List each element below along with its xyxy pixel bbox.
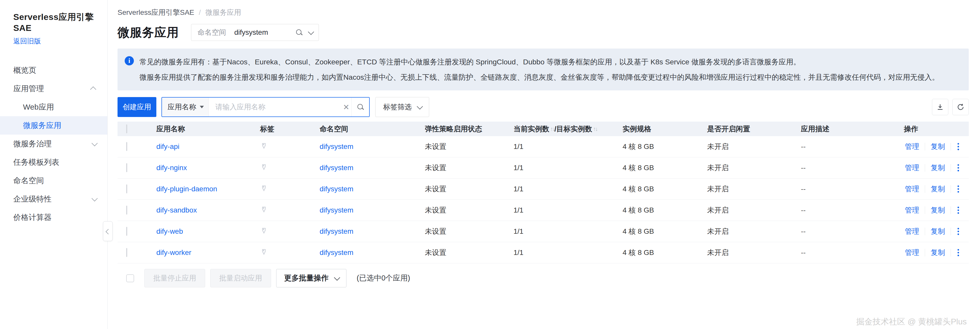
sidebar: Serverless应用引擎SAE 返回旧版 概览页 应用管理 Web应用 微服… xyxy=(0,0,108,329)
col-header-actions: 操作 xyxy=(904,124,969,134)
info-banner: 常见的微服务应用有：基于Nacos、Eureka、Consul、Zookeepe… xyxy=(118,49,969,91)
refresh-icon xyxy=(956,103,965,111)
copy-link[interactable]: 复制 xyxy=(925,163,951,173)
clear-icon[interactable] xyxy=(341,102,351,112)
tag-icon[interactable] xyxy=(260,184,268,192)
sort-icon[interactable] xyxy=(550,126,554,132)
sidebar-item-price-calculator[interactable]: 价格计算器 xyxy=(0,208,107,227)
back-to-old-version-link[interactable]: 返回旧版 xyxy=(13,37,41,46)
batch-start-button[interactable]: 批量启动应用 xyxy=(210,269,271,288)
elastic-status: 未设置 xyxy=(425,142,514,151)
sidebar-collapse-button[interactable] xyxy=(103,221,113,241)
copy-link[interactable]: 复制 xyxy=(925,248,951,257)
copy-link[interactable]: 复制 xyxy=(925,227,951,236)
product-title: Serverless应用引擎SAE xyxy=(13,11,100,33)
row-checkbox[interactable] xyxy=(126,248,127,257)
table-row: dify-nginx difysystem 未设置 1/1 4 核 8 GB 未… xyxy=(118,157,969,178)
row-checkbox[interactable] xyxy=(126,142,127,151)
namespace-link[interactable]: difysystem xyxy=(320,143,353,151)
elastic-status: 未设置 xyxy=(425,163,514,173)
caret-down-icon xyxy=(200,106,204,108)
copy-link[interactable]: 复制 xyxy=(925,205,951,215)
instances-count: 1/1 xyxy=(514,164,623,172)
search-icon xyxy=(357,104,364,110)
sidebar-item-microservice-governance[interactable]: 微服务治理 xyxy=(0,135,107,153)
app-name-link[interactable]: dify-nginx xyxy=(156,164,187,172)
instances-count: 1/1 xyxy=(514,185,623,193)
sidebar-item-microservice-apps[interactable]: 微服务应用 xyxy=(0,116,107,135)
chevron-down-icon xyxy=(308,29,314,35)
tag-icon[interactable] xyxy=(260,248,268,256)
batch-action-bar: 批量停止应用 批量启动应用 更多批量操作 (已选中0个应用) xyxy=(118,269,969,288)
sidebar-item-web-apps[interactable]: Web应用 xyxy=(0,98,107,116)
page-title: 微服务应用 xyxy=(118,24,179,41)
row-checkbox[interactable] xyxy=(126,163,127,172)
breadcrumb-root[interactable]: Serverless应用引擎SAE xyxy=(118,8,194,17)
row-checkbox[interactable] xyxy=(126,227,127,236)
create-app-button[interactable]: 创建应用 xyxy=(118,97,156,117)
manage-link[interactable]: 管理 xyxy=(904,184,925,194)
sort-icon[interactable] xyxy=(593,126,597,132)
search-field-dropdown[interactable]: 应用名称 xyxy=(162,98,209,116)
manage-link[interactable]: 管理 xyxy=(904,163,925,173)
namespace-link[interactable]: difysystem xyxy=(320,164,353,172)
breadcrumb: Serverless应用引擎SAE / 微服务应用 xyxy=(118,8,969,17)
batch-select-checkbox[interactable] xyxy=(126,274,134,282)
refresh-button[interactable] xyxy=(952,99,969,115)
more-actions-icon[interactable] xyxy=(951,164,966,172)
select-all-checkbox[interactable] xyxy=(126,124,127,134)
sidebar-menu: 概览页 应用管理 Web应用 微服务应用 微服务治理 任务模板列表 命名空间 企… xyxy=(0,61,107,227)
idle-status: 未开启 xyxy=(707,142,801,151)
sidebar-item-namespaces[interactable]: 命名空间 xyxy=(0,172,107,190)
export-button[interactable] xyxy=(932,99,948,115)
row-checkbox[interactable] xyxy=(126,184,127,193)
sidebar-item-enterprise-features[interactable]: 企业级特性 xyxy=(0,190,107,208)
namespace-link[interactable]: difysystem xyxy=(320,248,353,256)
namespace-link[interactable]: difysystem xyxy=(320,227,353,235)
row-checkbox[interactable] xyxy=(126,206,127,215)
app-name-link[interactable]: dify-plugin-daemon xyxy=(156,185,217,193)
chevron-left-icon xyxy=(105,229,111,234)
app-name-link[interactable]: dify-worker xyxy=(156,248,191,256)
manage-link[interactable]: 管理 xyxy=(904,248,925,257)
namespace-select[interactable]: 命名空间 difysystem xyxy=(191,24,319,41)
more-actions-icon[interactable] xyxy=(951,186,966,192)
toolbar: 创建应用 应用名称 标签筛选 xyxy=(118,97,969,117)
search-button[interactable] xyxy=(351,98,369,116)
app-name-search-input[interactable] xyxy=(209,98,341,116)
app-description: -- xyxy=(801,143,904,151)
app-description: -- xyxy=(801,185,904,193)
tag-icon[interactable] xyxy=(260,163,268,171)
sidebar-item-overview[interactable]: 概览页 xyxy=(0,61,107,79)
more-actions-icon[interactable] xyxy=(951,228,966,235)
tag-filter-button[interactable]: 标签筛选 xyxy=(375,97,429,117)
table-row: dify-api difysystem 未设置 1/1 4 核 8 GB 未开启… xyxy=(118,136,969,157)
sidebar-item-task-templates[interactable]: 任务模板列表 xyxy=(0,153,107,172)
tag-icon[interactable] xyxy=(260,227,268,235)
more-actions-icon[interactable] xyxy=(951,207,966,214)
instances-count: 1/1 xyxy=(514,143,623,151)
manage-link[interactable]: 管理 xyxy=(904,142,925,151)
more-actions-icon[interactable] xyxy=(951,249,966,256)
col-header-spec: 实例规格 xyxy=(623,124,707,134)
app-name-link[interactable]: dify-api xyxy=(156,143,179,151)
app-name-link[interactable]: dify-sandbox xyxy=(156,206,197,214)
manage-link[interactable]: 管理 xyxy=(904,205,925,215)
elastic-status: 未设置 xyxy=(425,248,514,257)
namespace-label: 命名空间 xyxy=(197,28,226,37)
batch-stop-button[interactable]: 批量停止应用 xyxy=(144,269,205,288)
manage-link[interactable]: 管理 xyxy=(904,227,925,236)
namespace-link[interactable]: difysystem xyxy=(320,206,353,214)
app-name-link[interactable]: dify-web xyxy=(156,227,183,235)
more-batch-actions-button[interactable]: 更多批量操作 xyxy=(276,269,347,288)
col-header-tag: 标签 xyxy=(260,124,320,134)
table-row: dify-worker difysystem 未设置 1/1 4 核 8 GB … xyxy=(118,242,969,263)
tag-icon[interactable] xyxy=(260,142,268,150)
copy-link[interactable]: 复制 xyxy=(925,142,951,151)
tag-icon[interactable] xyxy=(260,206,268,213)
namespace-link[interactable]: difysystem xyxy=(320,185,353,193)
copy-link[interactable]: 复制 xyxy=(925,184,951,194)
more-actions-icon[interactable] xyxy=(951,143,966,150)
sidebar-item-app-management[interactable]: 应用管理 xyxy=(0,79,107,98)
namespace-value: difysystem xyxy=(234,29,296,37)
